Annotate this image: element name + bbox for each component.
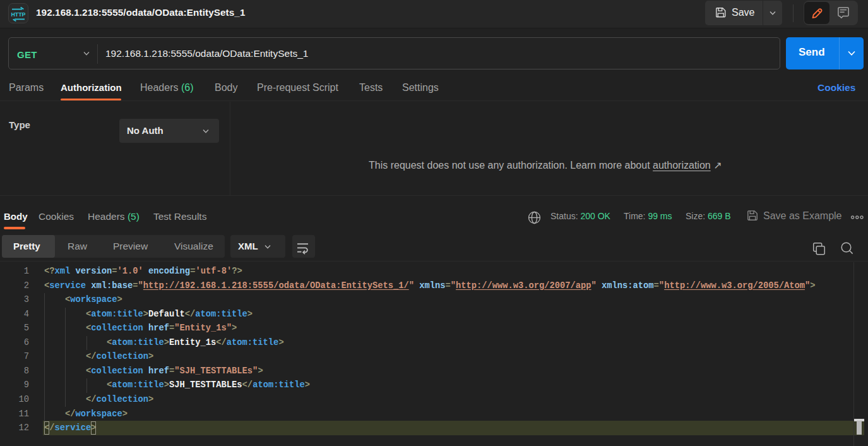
svg-text:HTTP: HTTP <box>11 11 26 18</box>
